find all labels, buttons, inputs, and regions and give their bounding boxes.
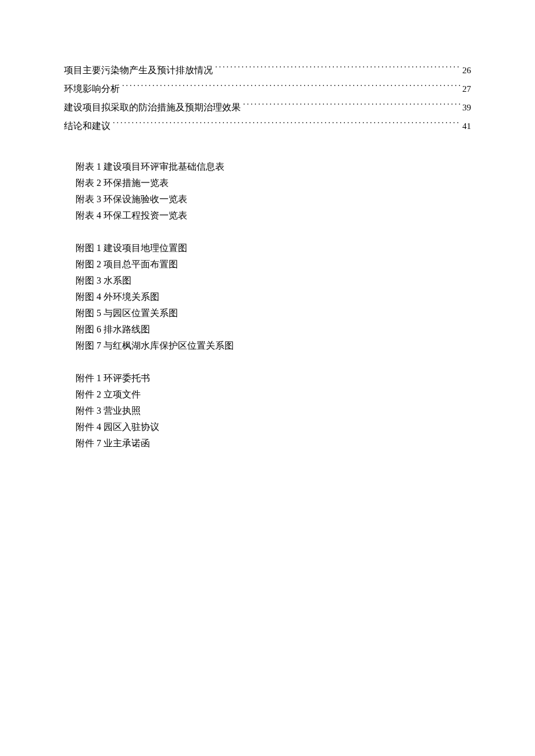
item-text: 与红枫湖水库保护区位置关系图	[104, 341, 234, 350]
item-text: 环保工程投资一览表	[104, 210, 187, 220]
item-prefix: 附件 2	[76, 389, 101, 399]
list-item: 附件 7 业主承诺函	[76, 435, 471, 452]
item-text: 业主承诺函	[104, 438, 150, 448]
item-text: 建设项目环评审批基础信息表	[104, 162, 224, 171]
item-text: 环保设施验收一览表	[104, 194, 187, 204]
toc-section: 项目主要污染物产生及预计排放情况 26 环境影响分析 27 建设项目拟采取的防治…	[64, 61, 471, 135]
list-item: 附件 1 环评委托书	[76, 370, 471, 386]
item-prefix: 附件 7	[76, 438, 101, 448]
item-prefix: 附表 3	[76, 194, 101, 204]
item-prefix: 附件 3	[76, 406, 101, 415]
toc-leader-dots	[113, 120, 460, 129]
toc-entry: 项目主要污染物产生及预计排放情况 26	[64, 61, 471, 80]
list-item: 附图 7 与红枫湖水库保护区位置关系图	[76, 338, 471, 354]
toc-leader-dots	[243, 101, 460, 110]
item-prefix: 附件 4	[76, 422, 101, 432]
toc-page-number: 26	[462, 62, 471, 79]
toc-page-number: 39	[462, 99, 471, 116]
item-prefix: 附图 1	[76, 243, 101, 253]
item-text: 环评委托书	[104, 373, 150, 383]
toc-entry: 环境影响分析 27	[64, 80, 471, 98]
item-prefix: 附表 1	[76, 162, 101, 171]
appendix-attachments-section: 附件 1 环评委托书 附件 2 立项文件 附件 3 营业执照 附件 4 园区入驻…	[64, 370, 471, 452]
list-item: 附图 3 水系图	[76, 273, 471, 289]
item-text: 建设项目地理位置图	[104, 243, 187, 253]
list-item: 附表 3 环保设施验收一览表	[76, 191, 471, 207]
toc-page-number: 41	[462, 117, 471, 135]
toc-title: 建设项目拟采取的防治措施及预期治理效果	[64, 98, 241, 117]
list-item: 附图 5 与园区位置关系图	[76, 305, 471, 321]
item-text: 园区入驻协议	[104, 422, 159, 432]
toc-page-number: 27	[462, 80, 471, 98]
toc-title: 环境影响分析	[64, 80, 120, 98]
item-text: 营业执照	[104, 406, 141, 415]
appendix-figures-section: 附图 1 建设项目地理位置图 附图 2 项目总平面布置图 附图 3 水系图 附图…	[64, 240, 471, 354]
item-prefix: 附表 2	[76, 178, 101, 188]
item-text: 水系图	[104, 275, 131, 285]
item-prefix: 附图 5	[76, 308, 101, 318]
toc-title: 结论和建议	[64, 117, 110, 135]
toc-leader-dots	[122, 83, 460, 92]
list-item: 附图 2 项目总平面布置图	[76, 256, 471, 273]
item-prefix: 附图 6	[76, 324, 101, 334]
list-item: 附图 1 建设项目地理位置图	[76, 240, 471, 256]
toc-entry: 结论和建议 41	[64, 117, 471, 135]
toc-leader-dots	[215, 64, 460, 73]
appendix-tables-section: 附表 1 建设项目环评审批基础信息表 附表 2 环保措施一览表 附表 3 环保设…	[64, 159, 471, 224]
item-text: 立项文件	[104, 389, 141, 399]
item-prefix: 附图 4	[76, 292, 101, 302]
list-item: 附图 4 外环境关系图	[76, 289, 471, 305]
item-text: 环保措施一览表	[104, 178, 169, 188]
item-text: 排水路线图	[104, 324, 150, 334]
item-prefix: 附件 1	[76, 373, 101, 383]
item-text: 与园区位置关系图	[104, 308, 178, 318]
toc-entry: 建设项目拟采取的防治措施及预期治理效果 39	[64, 98, 471, 117]
list-item: 附表 1 建设项目环评审批基础信息表	[76, 159, 471, 175]
item-text: 项目总平面布置图	[104, 259, 178, 269]
item-prefix: 附图 3	[76, 275, 101, 285]
list-item: 附件 3 营业执照	[76, 403, 471, 419]
item-prefix: 附表 4	[76, 210, 101, 220]
list-item: 附图 6 排水路线图	[76, 321, 471, 338]
item-prefix: 附图 7	[76, 341, 101, 350]
item-text: 外环境关系图	[104, 292, 159, 302]
list-item: 附件 2 立项文件	[76, 386, 471, 403]
list-item: 附件 4 园区入驻协议	[76, 419, 471, 435]
item-prefix: 附图 2	[76, 259, 101, 269]
list-item: 附表 4 环保工程投资一览表	[76, 207, 471, 224]
list-item: 附表 2 环保措施一览表	[76, 175, 471, 191]
toc-title: 项目主要污染物产生及预计排放情况	[64, 61, 213, 80]
